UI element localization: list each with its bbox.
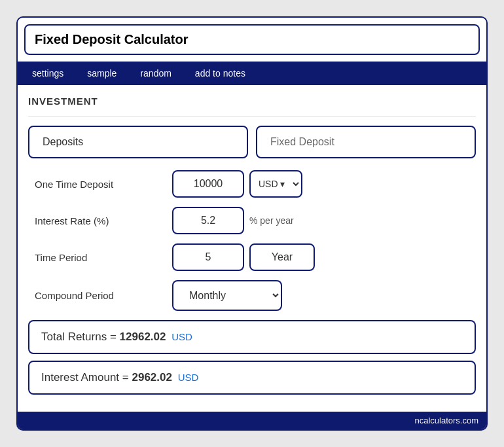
sample-button[interactable]: sample	[75, 62, 128, 85]
total-returns-label: Total Returns	[41, 331, 107, 343]
interest-amount-box: Interest Amount = 2962.02 USD	[28, 361, 476, 395]
time-period-controls: Year	[172, 243, 315, 271]
deposits-tab[interactable]: Deposits	[28, 126, 248, 158]
deposit-tabs: Deposits Fixed Deposit	[28, 126, 476, 158]
section-header: INVESTMENT	[28, 96, 476, 107]
compound-period-row: Compound Period Daily Weekly Monthly Qua…	[28, 280, 476, 311]
settings-button[interactable]: settings	[20, 62, 75, 85]
one-time-deposit-controls: USD ▾ EUR GBP INR	[172, 170, 302, 198]
interest-rate-unit: % per year	[249, 215, 294, 226]
page-title: Fixed Deposit Calculator	[35, 32, 189, 46]
add-to-notes-button[interactable]: add to notes	[183, 62, 257, 85]
compound-period-label: Compound Period	[28, 290, 172, 301]
interest-amount-equals: =	[122, 371, 132, 384]
time-period-row: Time Period Year	[28, 243, 476, 271]
fixed-deposit-tab[interactable]: Fixed Deposit	[256, 126, 476, 158]
one-time-deposit-label: One Time Deposit	[28, 179, 172, 190]
random-button[interactable]: random	[128, 62, 183, 85]
interest-rate-controls: % per year	[172, 207, 294, 234]
interest-rate-row: Interest Rate (%) % per year	[28, 207, 476, 234]
total-returns-value: 12962.02	[120, 331, 166, 343]
interest-amount-currency: USD	[178, 372, 199, 383]
interest-amount-value: 2962.02	[132, 371, 171, 384]
divider	[28, 116, 476, 116]
interest-rate-input[interactable]	[172, 207, 244, 234]
compound-period-controls: Daily Weekly Monthly Quarterly Semi-Annu…	[172, 280, 282, 311]
calculator-container: Fixed Deposit Calculator settings sample…	[16, 16, 488, 431]
total-returns-equals: =	[110, 331, 120, 343]
brand-footer: ncalculators.com	[18, 412, 486, 429]
interest-amount-label: Interest Amount	[41, 371, 119, 384]
time-period-label: Time Period	[28, 252, 172, 263]
currency-select[interactable]: USD ▾ EUR GBP INR	[249, 170, 302, 198]
total-returns-currency: USD	[171, 331, 192, 342]
one-time-deposit-row: One Time Deposit USD ▾ EUR GBP INR	[28, 170, 476, 198]
compound-period-select[interactable]: Daily Weekly Monthly Quarterly Semi-Annu…	[172, 280, 282, 311]
time-period-input[interactable]	[172, 243, 244, 271]
toolbar: settings sample random add to notes	[18, 62, 486, 85]
interest-rate-label: Interest Rate (%)	[28, 215, 172, 226]
title-bar: Fixed Deposit Calculator	[24, 24, 480, 55]
main-content: INVESTMENT Deposits Fixed Deposit One Ti…	[18, 85, 486, 412]
total-returns-box: Total Returns = 12962.02 USD	[28, 320, 476, 354]
one-time-deposit-input[interactable]	[172, 170, 244, 198]
brand-name: ncalculators.com	[414, 416, 478, 425]
time-period-unit: Year	[249, 243, 315, 271]
